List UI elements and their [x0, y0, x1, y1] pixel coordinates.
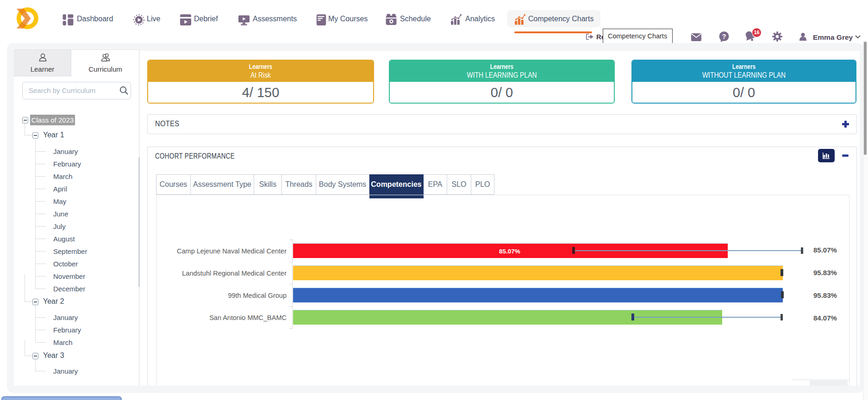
svg-text:?: ?	[722, 32, 726, 40]
